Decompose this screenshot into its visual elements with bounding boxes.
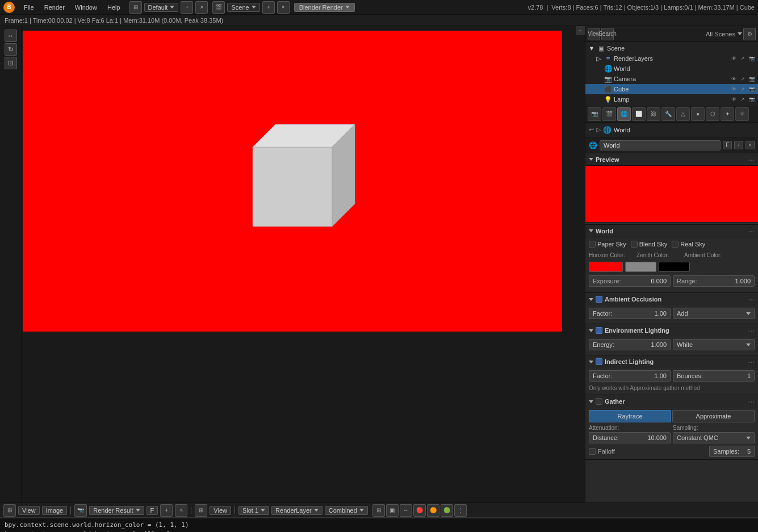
ao-checkbox[interactable] <box>596 296 602 303</box>
gather-qmc-dropdown[interactable]: Constant QMC <box>673 432 755 443</box>
bot-icon-6[interactable]: 🟢 <box>441 504 453 517</box>
paper-sky-checkbox[interactable] <box>589 241 596 248</box>
prop-texture[interactable]: ⬡ <box>706 107 719 121</box>
scene-close[interactable]: × <box>277 1 290 14</box>
viewport-resize[interactable]: + <box>576 26 585 35</box>
bot-add[interactable]: + <box>160 504 173 517</box>
bot-icon-5[interactable]: 🟠 <box>427 504 439 517</box>
tree-item-scene[interactable]: ▼ ▣ Scene <box>585 43 758 53</box>
scene-selector[interactable]: Scene <box>227 3 259 12</box>
prop-modifiers[interactable]: 🔧 <box>661 107 675 121</box>
render-menu[interactable]: Render <box>40 3 69 12</box>
bot-icon-2[interactable]: ▣ <box>386 504 399 517</box>
bot-view-btn[interactable]: View <box>18 506 40 515</box>
bot-icon-3[interactable]: ↔ <box>400 504 412 517</box>
ambient-color-swatch[interactable] <box>659 262 690 272</box>
gather-distance-field[interactable]: Distance: 10.000 <box>589 432 671 443</box>
indirect-checkbox[interactable] <box>596 358 602 365</box>
bot-slot-dropdown[interactable]: Slot 1 <box>238 506 269 515</box>
lamp-eye[interactable]: 👁 <box>730 95 738 103</box>
renderlayers-render[interactable]: 📷 <box>748 55 756 62</box>
camera-eye[interactable]: 👁 <box>730 75 738 83</box>
world-name-input[interactable] <box>600 140 721 150</box>
indirect-header[interactable]: Indirect Lighting ··· <box>585 355 758 368</box>
ao-header[interactable]: Ambient Occlusion ··· <box>585 293 758 305</box>
real-sky-checkbox[interactable] <box>672 241 679 248</box>
renderlayers-eye[interactable]: 👁 <box>730 55 738 62</box>
lamp-action[interactable]: ↗ <box>739 95 747 103</box>
viewport[interactable]: ↔ ↻ ⊡ + <box>0 26 585 502</box>
tree-item-cube[interactable]: ⬛ Cube 👁 ↗ 📷 <box>585 84 758 94</box>
window-menu[interactable]: Window <box>70 3 102 12</box>
env-energy-field[interactable]: Energy: 1.000 <box>589 339 671 350</box>
workspace-add[interactable]: + <box>181 1 193 14</box>
bot-view2-icon[interactable]: ⊞ <box>195 504 207 517</box>
world-section-header[interactable]: World ··· <box>585 225 758 237</box>
prop-particles[interactable]: ✦ <box>721 107 734 121</box>
prop-data[interactable]: △ <box>676 107 690 121</box>
zenith-color-swatch[interactable] <box>625 262 656 272</box>
bot-icon[interactable]: ⊞ <box>3 504 16 517</box>
prop-scene[interactable]: 🎬 <box>602 107 616 121</box>
tree-item-lamp[interactable]: 💡 Lamp 👁 ↗ 📷 <box>585 94 758 104</box>
bot-combined-dropdown[interactable]: Combined <box>325 506 368 515</box>
bot-img-icon[interactable]: 📷 <box>74 504 87 517</box>
help-menu[interactable]: Help <box>103 3 125 12</box>
bot-icon-1[interactable]: ⊞ <box>372 504 385 517</box>
cube-eye[interactable]: 👁 <box>730 85 738 93</box>
bot-icon-7[interactable]: ⋮ <box>454 504 467 517</box>
paper-sky-option[interactable]: Paper Sky <box>589 241 626 248</box>
world-name-close[interactable]: × <box>746 141 755 149</box>
bot-image-btn[interactable]: Image <box>42 506 68 515</box>
prop-object[interactable]: ⬜ <box>632 107 646 121</box>
exposure-field[interactable]: Exposure: 0.000 <box>589 275 671 287</box>
ao-mode-dropdown[interactable]: Add <box>673 308 755 319</box>
prop-world[interactable]: 🌐 <box>617 107 631 121</box>
renderlayers-action[interactable]: ↗ <box>739 55 747 62</box>
tree-item-renderlayers[interactable]: ▷ ≡ RenderLayers 👁 ↗ 📷 <box>585 53 758 64</box>
bot-result-dropdown[interactable]: Render Result <box>89 506 144 515</box>
gather-falloff-checkbox[interactable] <box>589 448 596 455</box>
lamp-render[interactable]: 📷 <box>748 95 756 103</box>
blend-sky-checkbox[interactable] <box>631 241 638 248</box>
tool-rotate[interactable]: ↻ <box>5 43 17 56</box>
tree-item-world[interactable]: 🌐 World <box>585 64 758 74</box>
real-sky-option[interactable]: Real Sky <box>672 241 705 248</box>
prop-render[interactable]: 📷 <box>588 107 601 121</box>
gather-header[interactable]: Gather ··· <box>585 395 758 408</box>
cube-render[interactable]: 📷 <box>748 85 756 93</box>
gather-raytrace-tab[interactable]: Raytrace <box>589 410 671 422</box>
camera-action[interactable]: ↗ <box>739 75 747 83</box>
env-color-dropdown[interactable]: White <box>673 339 755 350</box>
env-checkbox[interactable] <box>596 327 602 334</box>
bot-layer-dropdown[interactable]: RenderLayer <box>271 506 323 515</box>
scene-add[interactable]: + <box>262 1 275 14</box>
tree-item-camera[interactable]: 📷 Camera 👁 ↗ 📷 <box>585 74 758 84</box>
gather-approximate-tab[interactable]: Approximate <box>672 410 755 422</box>
env-header[interactable]: Environment Lighting ··· <box>585 324 758 337</box>
camera-render[interactable]: 📷 <box>748 75 756 83</box>
workspace-close[interactable]: × <box>195 1 208 14</box>
tool-translate[interactable]: ↔ <box>5 30 17 42</box>
gather-samples-field[interactable]: Samples: 5 <box>709 446 755 457</box>
indirect-factor-field[interactable]: Factor: 1.00 <box>589 370 671 382</box>
tool-scale[interactable]: ⊡ <box>5 57 17 69</box>
bot-f-btn[interactable]: F <box>146 506 158 515</box>
indirect-bounces-field[interactable]: Bounces: 1 <box>673 370 755 382</box>
workspace-selector[interactable]: Default <box>144 3 179 12</box>
engine-selector[interactable]: Blender Render <box>294 3 355 12</box>
prop-physics[interactable]: ⚛ <box>735 107 749 121</box>
bot-view2-btn[interactable]: View <box>210 506 231 515</box>
outliner-settings[interactable]: ⚙ <box>743 28 756 40</box>
world-name-add[interactable]: + <box>734 141 743 149</box>
gather-checkbox[interactable] <box>596 398 602 405</box>
world-name-f[interactable]: F <box>723 141 732 149</box>
bot-icon-4[interactable]: 🔴 <box>413 504 426 517</box>
blend-sky-option[interactable]: Blend Sky <box>631 241 668 248</box>
preview-section-header[interactable]: Preview ··· <box>585 153 758 166</box>
prop-constraints[interactable]: ⛓ <box>647 107 660 121</box>
bot-close[interactable]: × <box>175 504 187 517</box>
search-btn[interactable]: Search <box>601 28 614 40</box>
ao-factor-field[interactable]: Factor: 1.00 <box>589 308 671 319</box>
horizon-color-swatch[interactable] <box>589 262 623 272</box>
